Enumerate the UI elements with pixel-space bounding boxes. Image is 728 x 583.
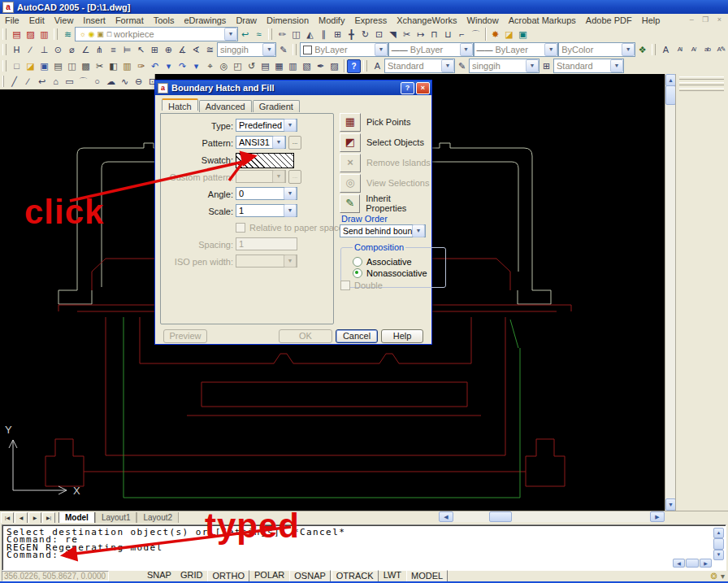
pattern-combo-arrow-icon[interactable]: ▼ <box>272 136 285 149</box>
dimension-update-icon[interactable]: ✎ <box>276 43 290 56</box>
cut-icon[interactable]: ✂ <box>93 59 106 72</box>
last-tab-icon[interactable]: ▶| <box>42 512 55 524</box>
cmd-scroll-down-icon[interactable]: ▼ <box>713 550 724 560</box>
menu-item[interactable]: Adobe PDF <box>581 15 637 26</box>
layout-tab-layout1[interactable]: Layout1 <box>95 512 137 524</box>
cmd-hscroll-thumb[interactable] <box>686 559 699 568</box>
dim-style-combo-2-arrow-icon[interactable]: ▼ <box>526 59 539 72</box>
type-combo-arrow-icon[interactable]: ▼ <box>284 119 297 132</box>
select-objects-icon[interactable]: ◩ <box>340 133 361 152</box>
toolbar-grip[interactable] <box>2 60 6 72</box>
make-object-layer-current-icon[interactable]: ❖ <box>635 43 649 56</box>
pick-points-label[interactable]: Pick Points <box>366 117 410 127</box>
break-at-point-icon[interactable]: ⊓ <box>427 28 441 41</box>
menu-item[interactable]: Edit <box>24 15 50 26</box>
extend-icon[interactable]: ↦ <box>414 28 427 41</box>
pattern-combo[interactable]: ANSI31 ▼ <box>236 136 286 149</box>
menu-item[interactable]: eDrawings <box>179 15 231 26</box>
match-properties-icon[interactable]: ✑ <box>134 59 148 72</box>
menu-item[interactable]: Tools <box>149 15 180 26</box>
stretch-icon[interactable]: ◥ <box>386 28 400 41</box>
associative-label[interactable]: Associative <box>366 257 412 267</box>
convert-and-review-icon[interactable]: ▥ <box>37 28 51 41</box>
dialog-title-bar[interactable]: a Boundary Hatch and Fill ? × <box>155 80 431 95</box>
diameter-dimension-icon[interactable]: ⌀ <box>65 43 79 56</box>
array-icon[interactable]: ⊞ <box>331 28 344 41</box>
toolbar-grip[interactable] <box>2 28 6 40</box>
lineweight-control-combo[interactable]: —— ByLayer ▼ <box>474 42 559 57</box>
color-combo-arrow-icon[interactable]: ▼ <box>375 43 388 56</box>
toolbar-grip[interactable] <box>292 44 297 55</box>
pick-points-icon[interactable]: ▦ <box>340 113 361 132</box>
undo-list-icon[interactable]: ▾ <box>162 59 176 72</box>
menu-item[interactable]: View <box>50 15 79 26</box>
status-toggle-grid[interactable]: GRID <box>176 570 207 581</box>
tray-arrow-icon[interactable]: ▾ <box>721 572 725 581</box>
dimension-update-icon[interactable]: ≊ <box>203 43 217 56</box>
dialog-help-icon[interactable]: ? <box>401 82 414 94</box>
revision-cloud-icon[interactable]: ☁ <box>104 75 118 88</box>
color-control-combo[interactable]: ByLayer ▼ <box>300 42 388 57</box>
etransmit-icon[interactable]: ◪ <box>502 28 516 41</box>
toolbar-grip[interactable] <box>54 28 58 40</box>
mirror-icon[interactable]: ◭ <box>303 28 317 41</box>
open-icon[interactable]: ◪ <box>24 59 37 72</box>
table-style-combo-arrow-icon[interactable]: ▼ <box>610 59 623 72</box>
break-icon[interactable]: ⊔ <box>441 28 455 41</box>
explode-icon[interactable]: ✸ <box>488 28 502 41</box>
next-tab-icon[interactable]: ▶ <box>28 512 41 524</box>
save-icon[interactable]: ▣ <box>37 59 51 72</box>
erase-icon[interactable]: ✏ <box>275 28 289 41</box>
menu-item[interactable]: Window <box>462 15 504 26</box>
menu-item[interactable]: Format <box>110 15 149 26</box>
scroll-right-icon[interactable]: ▶ <box>650 511 665 522</box>
command-history[interactable]: Select destination object(s) or [Setting… <box>2 524 726 571</box>
quick-dimension-icon[interactable]: ⋔ <box>93 43 106 56</box>
scroll-left-icon[interactable]: ◀ <box>439 511 453 522</box>
text-style-manager-icon[interactable]: A <box>370 59 384 72</box>
scale-combo[interactable]: 1 ▼ <box>236 204 297 217</box>
undo-icon[interactable]: ↶ <box>148 59 162 72</box>
menu-item[interactable]: File <box>0 15 24 26</box>
paste-icon[interactable]: ▥ <box>120 59 134 72</box>
toolbar-grip[interactable] <box>268 28 272 40</box>
layer-previous-icon[interactable]: ↩ <box>238 28 252 41</box>
plotstyle-control-combo[interactable]: ByColor ▼ <box>558 42 635 57</box>
rectangle-icon[interactable]: ▭ <box>63 75 76 88</box>
menu-item[interactable]: Modify <box>314 15 349 26</box>
copy-object-icon[interactable]: ◫ <box>289 28 303 41</box>
menu-item[interactable]: Dimension <box>262 15 314 26</box>
inherit-properties-label[interactable]: Inherit Properties <box>366 194 431 213</box>
linetype-combo-arrow-icon[interactable]: ▼ <box>460 43 473 56</box>
designcenter-icon[interactable]: ▦ <box>272 59 286 72</box>
angle-combo[interactable]: 0 ▼ <box>236 187 297 200</box>
status-toggle-lwt[interactable]: LWT <box>379 570 405 581</box>
help-button[interactable]: Help <box>381 329 423 343</box>
text-style-combo-arrow-icon[interactable]: ▼ <box>441 59 454 72</box>
nonassociative-label[interactable]: Nonassociative <box>366 268 427 278</box>
ordinate-dimension-icon[interactable]: ⊥ <box>37 43 51 56</box>
toolbar-grip[interactable] <box>652 44 656 55</box>
prev-tab-icon[interactable]: ◀ <box>15 512 28 524</box>
move-icon[interactable]: ╋ <box>344 28 358 41</box>
select-objects-label[interactable]: Select Objects <box>366 137 424 147</box>
layout-tab-layout2[interactable]: Layout2 <box>136 512 179 524</box>
drawing-vscrollbar[interactable]: ▲ ▼ <box>665 74 676 511</box>
single-line-text-icon[interactable]: AI <box>673 43 687 56</box>
angular-dimension-icon[interactable]: ∠ <box>79 43 93 56</box>
convert-and-email-icon[interactable]: ▨ <box>24 28 37 41</box>
construction-line-icon[interactable]: ∕ <box>21 75 35 88</box>
cmd-scroll-left-icon[interactable]: ◀ <box>673 559 685 568</box>
rotate-icon[interactable]: ↻ <box>358 28 372 41</box>
status-toggle-polar[interactable]: POLAR <box>250 570 288 581</box>
text-style-combo[interactable]: Standard ▼ <box>384 59 455 73</box>
table-style-combo[interactable]: Standard ▼ <box>553 59 624 73</box>
hscroll-thumb[interactable] <box>489 511 512 522</box>
cmd-scroll-up-icon[interactable]: ▲ <box>713 528 724 538</box>
linetype-control-combo[interactable]: —— ByLayer ▼ <box>388 42 474 57</box>
nonassociative-radio[interactable] <box>353 268 362 278</box>
swatch-preview[interactable] <box>236 153 294 168</box>
dim-style-combo-arrow-icon[interactable]: ▼ <box>262 43 275 56</box>
redo-list-icon[interactable]: ▾ <box>189 59 203 72</box>
lineweight-combo-arrow-icon[interactable]: ▼ <box>544 43 557 56</box>
